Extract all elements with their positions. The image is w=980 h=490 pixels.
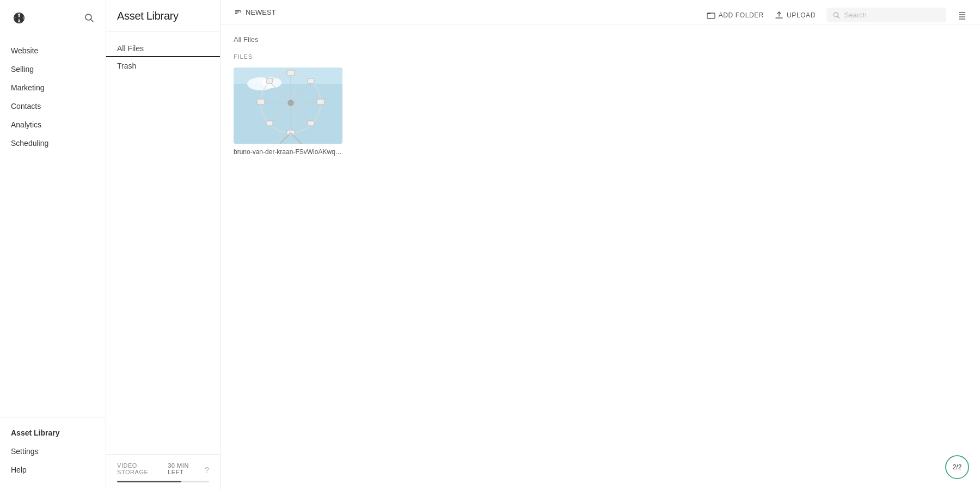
svg-rect-30 xyxy=(257,99,265,105)
sidebar-item-analytics[interactable]: Analytics xyxy=(0,115,106,134)
sidebar-item-asset-library[interactable]: Asset Library xyxy=(0,424,106,442)
view-toggle-button[interactable] xyxy=(957,10,967,20)
svg-rect-31 xyxy=(308,78,314,83)
list-item[interactable]: bruno-van-der-kraan-FSvWioAKwqU-unsplas.… xyxy=(234,68,342,156)
svg-rect-3 xyxy=(20,19,23,22)
folder-panel: Asset Library All Files Trash VIDEO STOR… xyxy=(106,0,220,490)
help-icon[interactable]: ? xyxy=(205,465,209,474)
sort-label: NEWEST xyxy=(246,8,276,16)
files-grid: bruno-van-der-kraan-FSvWioAKwqU-unsplas.… xyxy=(234,68,967,156)
storage-bar xyxy=(117,481,209,482)
video-storage-label: VIDEO STORAGE 30 MIN LEFT xyxy=(117,462,201,475)
page-title: Asset Library xyxy=(117,10,209,22)
upload-label: UPLOAD xyxy=(787,11,816,19)
sidebar-item-selling[interactable]: Selling xyxy=(0,60,106,78)
svg-rect-28 xyxy=(317,99,324,105)
folder-nav: All Files Trash xyxy=(106,32,220,454)
folder-panel-footer: VIDEO STORAGE 30 MIN LEFT ? xyxy=(106,454,220,490)
svg-rect-2 xyxy=(15,19,19,22)
svg-rect-27 xyxy=(287,70,295,76)
sidebar-item-website[interactable]: Website xyxy=(0,41,106,60)
main-content: NEWEST ADD FOLDER UPLOAD xyxy=(220,0,980,490)
sidebar-item-help[interactable]: Help xyxy=(0,461,106,479)
storage-bar-fill xyxy=(117,481,181,482)
svg-line-5 xyxy=(91,20,94,22)
sidebar-item-settings[interactable]: Settings xyxy=(0,442,106,461)
svg-rect-1 xyxy=(20,14,23,17)
sort-button[interactable]: NEWEST xyxy=(234,8,276,16)
storage-info: VIDEO STORAGE 30 MIN LEFT ? xyxy=(117,462,209,477)
sidebar-item-contacts[interactable]: Contacts xyxy=(0,97,106,115)
add-folder-button[interactable]: ADD FOLDER xyxy=(707,11,764,20)
folder-nav-all-files[interactable]: All Files xyxy=(106,40,220,57)
sidebar-item-scheduling[interactable]: Scheduling xyxy=(0,134,106,152)
search-icon[interactable] xyxy=(84,13,95,23)
search-input[interactable] xyxy=(844,11,940,19)
sidebar-item-marketing[interactable]: Marketing xyxy=(0,78,106,97)
svg-rect-0 xyxy=(15,14,19,17)
svg-rect-34 xyxy=(266,121,273,126)
folder-icon xyxy=(707,11,715,20)
content-area: All Files FILES xyxy=(220,24,980,490)
folder-nav-trash[interactable]: Trash xyxy=(106,57,220,75)
svg-rect-33 xyxy=(266,78,273,83)
svg-rect-32 xyxy=(308,121,314,126)
sidebar-nav: Website Selling Marketing Contacts Analy… xyxy=(0,36,106,418)
upload-icon xyxy=(775,11,783,20)
svg-point-26 xyxy=(288,100,293,106)
search-bar xyxy=(826,8,946,22)
sidebar-bottom: Asset Library Settings Help xyxy=(0,418,106,490)
logo-icon[interactable] xyxy=(11,10,27,26)
file-thumbnail xyxy=(234,68,342,144)
sort-icon xyxy=(234,8,242,16)
add-folder-label: ADD FOLDER xyxy=(719,11,764,19)
section-label: FILES xyxy=(234,53,967,60)
header-row: NEWEST ADD FOLDER UPLOAD xyxy=(220,0,980,24)
upload-button[interactable]: UPLOAD xyxy=(775,11,816,20)
page-count-badge[interactable]: 2/2 xyxy=(945,455,969,479)
file-name: bruno-van-der-kraan-FSvWioAKwqU-unsplas.… xyxy=(234,148,342,156)
breadcrumb: All Files xyxy=(234,35,967,44)
sidebar-header xyxy=(0,0,106,36)
storage-time: 30 MIN LEFT xyxy=(168,462,201,475)
folder-panel-header: Asset Library xyxy=(106,0,220,32)
sidebar: Website Selling Marketing Contacts Analy… xyxy=(0,0,106,490)
search-bar-icon xyxy=(833,11,840,19)
svg-line-12 xyxy=(838,16,840,18)
